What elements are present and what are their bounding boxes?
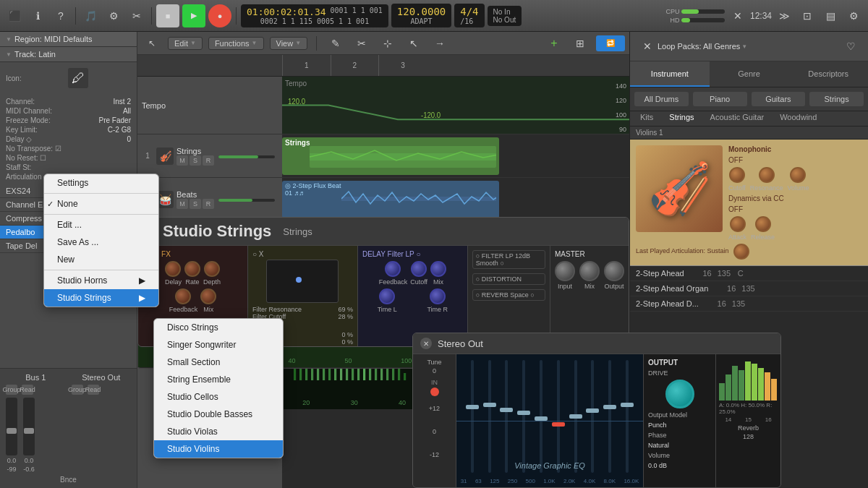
fader-strings[interactable] [218,155,275,158]
clock-icon[interactable]: 12:34 [751,6,771,26]
submenu-string-ensemble[interactable]: String Ensemble [154,371,283,388]
expand-icon[interactable]: ≫ [774,6,794,26]
submenu-studio-cellos[interactable]: Studio Cellos [154,388,283,406]
rec-btn-beats[interactable]: R [203,199,214,209]
rec-btn-strings[interactable]: R [203,155,214,166]
metronome-icon[interactable]: 🎵 [80,6,101,26]
fader-track-1[interactable] [6,398,17,455]
solo-btn-strings[interactable]: S [190,155,201,166]
cat-piano[interactable]: Piano [693,92,747,106]
resonance-knob[interactable] [759,167,775,183]
loop-item-2[interactable]: 2-Step Ahead Organ 16 135 [630,281,868,296]
menu-settings[interactable]: Settings [44,174,158,192]
close-loop-icon[interactable]: ✕ [637,36,658,56]
subcat-strings[interactable]: Strings [663,111,699,123]
right-tool[interactable]: → [430,33,450,53]
mute-btn-strings[interactable]: M [176,155,188,166]
menu-studio-strings[interactable]: Studio Strings▶ [44,289,158,307]
tab-descriptors[interactable]: Descriptors [788,61,868,87]
volume-knob[interactable] [790,167,806,183]
tab-instrument[interactable]: Instrument [630,61,710,87]
mute-btn-beats[interactable]: M [176,199,188,209]
delay-timeL-knob[interactable] [379,288,395,304]
play-button[interactable]: ▶ [182,4,205,27]
subcat-woodwind[interactable]: Woodwind [774,111,822,123]
timesig-display[interactable]: 4/4 /16 [454,4,484,27]
x-icon[interactable]: ✕ [728,6,748,26]
mod-mix-knob[interactable] [200,288,216,304]
delay-mix-knob[interactable] [430,261,446,277]
cat-strings[interactable]: Strings [809,92,864,106]
filter-btn[interactable]: ○ FILTER LP 12dB Smooth ○ [472,250,545,269]
scissor-tool[interactable]: ✂ [352,33,372,53]
cut-icon[interactable]: ✂ [127,6,147,26]
mod-depth-knob[interactable] [204,261,220,277]
distortion-btn[interactable]: ○ DISTORTION [472,273,545,285]
submenu-disco-strings[interactable]: Disco Strings [154,319,283,336]
pointer-tool[interactable]: ↖ [404,33,424,53]
logo-icon[interactable]: ⬛ [4,6,25,26]
delay-feedback-knob[interactable] [385,261,401,277]
heart-icon[interactable]: ♡ [841,36,861,56]
delay-cutoff-knob[interactable] [411,261,427,277]
record-button[interactable]: ● [208,4,231,27]
view-menu[interactable]: View ▼ [270,37,308,50]
help-icon[interactable]: ? [51,6,71,26]
loop-toggle[interactable]: 🔁 [596,35,625,51]
submenu-studio-violas[interactable]: Studio Violas [154,423,283,440]
fader-track-2[interactable] [23,398,35,455]
close-so-icon[interactable]: ✕ [420,338,432,349]
edit-menu[interactable]: Edit ▼ [168,37,203,50]
xy-pad[interactable] [266,260,339,303]
cat-all-drums[interactable]: All Drums [634,92,689,106]
attack-knob[interactable] [730,216,746,232]
subcat-acoustic-guitar[interactable]: Acoustic Guitar [705,111,770,123]
add-track-btn[interactable]: + [544,33,564,53]
solo-btn-beats[interactable]: S [190,199,201,209]
info-icon[interactable]: ℹ [27,6,48,26]
menu-new[interactable]: New [44,251,158,268]
strings-clip[interactable]: Strings [282,137,499,175]
drive-knob[interactable] [665,380,694,408]
menu-none[interactable]: None [44,195,158,213]
bus-read-btn[interactable]: Read [22,385,33,395]
delay-timeR-knob[interactable] [430,288,446,304]
mod-feedback-knob[interactable] [175,288,191,304]
marquee-tool[interactable]: ⊹ [378,33,398,53]
stereo-read-btn[interactable]: Read [88,385,99,395]
master-output-knob[interactable] [604,261,624,281]
menu-studio-horns[interactable]: Studio Horns▶ [44,272,158,289]
menu-save-as[interactable]: Save As ... [44,234,158,251]
functions-menu[interactable]: Functions ▼ [208,37,264,50]
release-knob[interactable] [755,216,771,232]
loop-item-3[interactable]: 2-Step Ahead D... 16 135 [630,296,868,312]
cat-guitars[interactable]: Guitars [752,92,806,106]
beats-clip[interactable]: ◎ 2-Step Flux Beat 01 ♬♬ [282,181,499,218]
mod-rate-knob[interactable] [184,261,200,277]
tempo-display[interactable]: 120.0000 ADAPT [391,4,451,27]
in-indicator[interactable] [430,388,439,396]
master-mix-knob[interactable] [579,261,600,281]
window-icon[interactable]: ⊡ [797,6,817,26]
mixer-icon[interactable]: ▤ [820,6,841,26]
stop-button[interactable]: ■ [156,4,179,27]
submenu-small-section[interactable]: Small Section [154,354,283,371]
cutoff-knob[interactable] [729,167,745,183]
submenu-singer-songwriter[interactable]: Singer Songwriter [154,336,283,354]
pencil-tool[interactable]: ✎ [326,33,346,53]
settings-icon[interactable]: ⚙ [843,6,864,26]
loop-item-1[interactable]: 2-Step Ahead 16 135 C [630,266,868,281]
customize-icon[interactable]: ⚙ [103,6,124,26]
master-input-knob[interactable] [555,261,575,281]
pointer-icon[interactable]: ↖ [142,33,162,53]
track-icon[interactable]: 🖊 [68,68,88,88]
reverb-btn[interactable]: ○ REVERB Space ○ [472,289,545,301]
mod-delay-knob[interactable] [165,261,181,277]
tab-genre[interactable]: Genre [710,61,789,87]
stereo-group-btn[interactable]: Group [72,385,83,395]
loop-icon[interactable]: ⊞ [570,33,590,53]
subcat-kits[interactable]: Kits [634,111,659,123]
submenu-studio-double-basses[interactable]: Studio Double Basses [154,406,283,423]
bus-group-btn[interactable]: Group [6,385,17,395]
submenu-studio-violins[interactable]: Studio Violins [154,440,283,458]
